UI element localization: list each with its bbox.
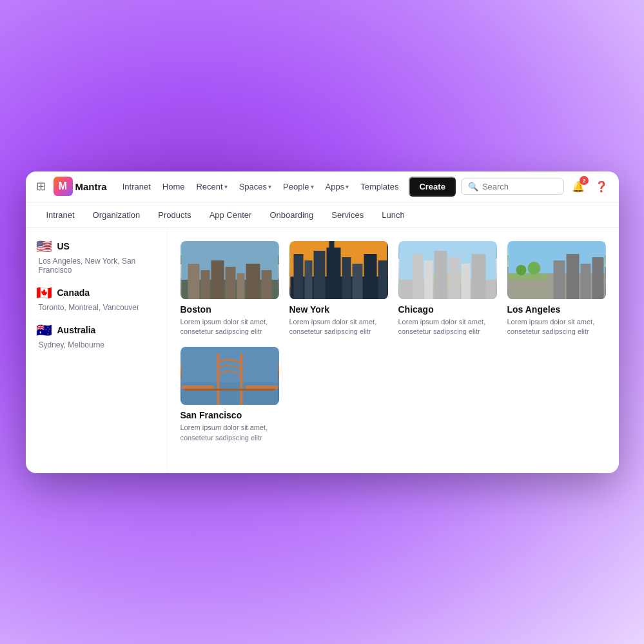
- svg-rect-13: [313, 251, 325, 299]
- svg-rect-44: [184, 389, 275, 391]
- svg-rect-7: [246, 264, 260, 299]
- city-name-losangeles: Los Angeles: [507, 304, 606, 315]
- settings-button[interactable]: ⚙️: [616, 177, 619, 195]
- flag-canada: 🇨🇦: [36, 285, 52, 300]
- svg-rect-28: [471, 254, 485, 299]
- city-desc-chicago: Lorem ipsum dolor sit amet, consetetur s…: [398, 317, 497, 337]
- city-desc-sanfrancisco: Lorem ipsum dolor sit amet, consetetur s…: [181, 423, 279, 443]
- svg-rect-17: [364, 254, 376, 299]
- grid-icon[interactable]: ⊞: [36, 179, 46, 193]
- city-image-losangeles: [507, 241, 606, 299]
- subnav-services[interactable]: Services: [324, 206, 371, 224]
- nav-people[interactable]: People ▾: [278, 179, 318, 194]
- city-image-boston: [181, 241, 279, 299]
- sidebar-country-australia: 🇦🇺 Australia: [36, 322, 157, 338]
- spaces-chevron: ▾: [268, 183, 271, 190]
- subnav: Intranet Organization Products App Cente…: [26, 202, 619, 228]
- city-grid: BostonLorem ipsum dolor sit amet, conset…: [181, 241, 606, 444]
- city-image-sanfrancisco: [181, 347, 279, 405]
- svg-rect-19: [329, 241, 334, 299]
- nav-templates[interactable]: Templates: [355, 179, 404, 194]
- svg-rect-3: [200, 270, 210, 299]
- svg-rect-31: [508, 273, 547, 280]
- nav-apps[interactable]: Apps ▾: [320, 179, 355, 194]
- country-name-australia: Australia: [57, 325, 96, 335]
- city-name-newyork: New York: [289, 304, 388, 315]
- svg-rect-35: [566, 254, 579, 299]
- svg-rect-26: [448, 257, 460, 299]
- us-cities: Los Angeles, New York, San Francisco: [36, 257, 157, 275]
- help-button[interactable]: ❓: [592, 177, 610, 195]
- city-card-losangeles[interactable]: Los AngelesLorem ipsum dolor sit amet, c…: [507, 241, 606, 337]
- nav-right: 🔍 🔔 2 ❓ ⚙️ A: [461, 177, 619, 195]
- svg-rect-24: [424, 260, 433, 299]
- city-card-newyork[interactable]: New YorkLorem ipsum dolor sit amet, cons…: [289, 241, 388, 337]
- nav-links: Intranet Home Recent ▾ Spaces ▾ People ▾…: [117, 179, 404, 194]
- sidebar-item-australia[interactable]: 🇦🇺 Australia Sydney, Melbourne: [36, 322, 157, 349]
- notification-badge: 2: [580, 176, 589, 185]
- svg-rect-12: [304, 260, 312, 299]
- svg-rect-11: [293, 254, 303, 299]
- nav-home[interactable]: Home: [157, 179, 190, 194]
- apps-chevron: ▾: [346, 183, 349, 190]
- search-box[interactable]: 🔍: [461, 179, 564, 195]
- sidebar-item-canada[interactable]: 🇨🇦 Canada Toronto, Montreal, Vancouver: [36, 285, 157, 312]
- svg-rect-42: [181, 385, 213, 389]
- subnav-products[interactable]: Products: [150, 206, 199, 224]
- svg-rect-38: [181, 347, 278, 382]
- city-name-sanfrancisco: San Francisco: [181, 410, 279, 420]
- svg-rect-8: [261, 270, 271, 299]
- svg-rect-41: [240, 353, 242, 405]
- svg-rect-36: [580, 264, 590, 299]
- city-desc-newyork: Lorem ipsum dolor sit amet, consetetur s…: [289, 317, 388, 337]
- content-area: 🇺🇸 US Los Angeles, New York, San Francis…: [26, 228, 619, 473]
- nav-spaces[interactable]: Spaces ▾: [234, 179, 277, 194]
- city-name-boston: Boston: [181, 304, 279, 315]
- sidebar: 🇺🇸 US Los Angeles, New York, San Francis…: [26, 228, 168, 473]
- country-name-canada: Canada: [57, 288, 90, 298]
- svg-rect-25: [434, 251, 447, 299]
- svg-rect-2: [188, 264, 199, 299]
- svg-rect-5: [225, 267, 235, 299]
- main-content: BostonLorem ipsum dolor sit amet, conset…: [168, 228, 619, 473]
- svg-rect-34: [553, 260, 565, 299]
- flag-australia: 🇦🇺: [36, 322, 52, 338]
- sidebar-item-us[interactable]: 🇺🇸 US Los Angeles, New York, San Francis…: [36, 239, 157, 275]
- city-desc-boston: Lorem ipsum dolor sit amet, consetetur s…: [181, 317, 279, 337]
- svg-rect-15: [342, 257, 351, 299]
- svg-rect-4: [211, 260, 224, 299]
- city-image-chicago: [398, 241, 497, 299]
- canada-cities: Toronto, Montreal, Vancouver: [36, 303, 157, 312]
- country-name-us: US: [57, 241, 70, 251]
- city-card-sanfrancisco[interactable]: San FranciscoLorem ipsum dolor sit amet,…: [181, 347, 279, 443]
- city-card-boston[interactable]: BostonLorem ipsum dolor sit amet, conset…: [181, 241, 279, 337]
- subnav-onboarding[interactable]: Onboarding: [262, 206, 321, 224]
- svg-rect-27: [461, 264, 470, 299]
- city-card-chicago[interactable]: ChicagoLorem ipsum dolor sit amet, conse…: [398, 241, 497, 337]
- nav-intranet[interactable]: Intranet: [117, 179, 156, 194]
- australia-cities: Sydney, Melbourne: [36, 340, 157, 349]
- city-desc-losangeles: Lorem ipsum dolor sit amet, consetetur s…: [507, 317, 606, 337]
- search-input[interactable]: [482, 182, 557, 191]
- city-name-chicago: Chicago: [398, 304, 497, 315]
- subnav-intranet[interactable]: Intranet: [39, 206, 83, 224]
- flag-us: 🇺🇸: [36, 239, 52, 254]
- subnav-lunch[interactable]: Lunch: [374, 206, 412, 224]
- recent-chevron: ▾: [224, 183, 228, 190]
- people-chevron: ▾: [311, 183, 314, 190]
- logo-mark: M: [54, 177, 73, 196]
- svg-rect-18: [378, 260, 387, 299]
- notifications-button[interactable]: 🔔 2: [569, 177, 587, 195]
- svg-point-32: [516, 265, 526, 275]
- search-icon: 🔍: [468, 182, 478, 191]
- svg-rect-37: [592, 257, 603, 299]
- svg-rect-16: [352, 264, 362, 299]
- nav-recent[interactable]: Recent ▾: [191, 179, 232, 194]
- navbar: ⊞ M Mantra Intranet Home Recent ▾ Spaces…: [26, 171, 619, 202]
- logo-name: Mantra: [75, 181, 107, 192]
- logo[interactable]: M Mantra: [54, 177, 107, 196]
- create-button[interactable]: Create: [409, 177, 455, 197]
- app-window: ⊞ M Mantra Intranet Home Recent ▾ Spaces…: [26, 171, 619, 473]
- subnav-appcenter[interactable]: App Center: [202, 206, 260, 224]
- subnav-organization[interactable]: Organization: [85, 206, 148, 224]
